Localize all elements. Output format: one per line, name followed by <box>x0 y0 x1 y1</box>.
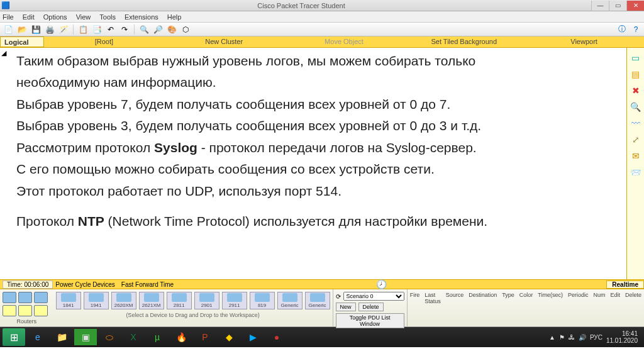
device-model[interactable]: 1941 <box>84 292 109 309</box>
category-icon[interactable] <box>3 292 16 303</box>
device-model[interactable]: 1841 <box>56 292 81 309</box>
logical-tab[interactable]: Logical <box>0 36 44 47</box>
close-button[interactable]: ✕ <box>626 1 644 11</box>
menu-options[interactable]: Options <box>43 13 67 21</box>
start-button[interactable]: ⊞ <box>3 328 25 346</box>
menu-tools[interactable]: Tools <box>99 13 116 21</box>
device-model[interactable]: Generic <box>305 292 330 309</box>
device-model[interactable]: 2620XM <box>111 292 136 309</box>
tray-clock[interactable]: 16:41 11.01.2020 <box>606 330 638 344</box>
draw-tool-icon[interactable]: 〰 <box>630 117 642 130</box>
scenario-new-button[interactable]: New <box>336 303 356 311</box>
wizard-icon[interactable]: 🪄 <box>58 24 69 35</box>
menu-help[interactable]: Help <box>167 13 182 21</box>
system-tray: ▲ ⚑ 🖧 🔊 РУС 16:41 11.01.2020 <box>549 330 641 344</box>
category-icon[interactable] <box>34 292 48 303</box>
task-item[interactable]: ▣ <box>74 329 97 345</box>
scenario-delete-button[interactable]: Delete <box>358 303 384 311</box>
paste-icon[interactable]: 📑 <box>91 24 103 35</box>
device-model[interactable]: 2621XM <box>139 292 164 309</box>
inspect-tool-icon[interactable]: 🔍 <box>630 101 642 113</box>
complex-pdu-icon[interactable]: 📨 <box>630 166 642 179</box>
task-explorer-icon[interactable]: 📁 <box>50 329 73 345</box>
task-item[interactable]: ⬭ <box>98 329 121 345</box>
device-model[interactable]: 2811 <box>167 292 192 309</box>
toolbar-separator <box>73 25 74 35</box>
pdu-header: Edit <box>610 292 620 304</box>
zoom-in-icon[interactable]: 🔍 <box>138 24 150 35</box>
pdu-header: Fire <box>410 292 420 304</box>
note-tool-icon[interactable]: ▤ <box>630 68 642 81</box>
nav-set-tiled-bg[interactable]: Set Tiled Background <box>404 36 524 47</box>
category-label: Routers <box>3 318 51 325</box>
copy-icon[interactable]: 📋 <box>77 24 89 35</box>
nav-new-cluster[interactable]: New Cluster <box>164 36 284 47</box>
tray-flag-icon[interactable]: ⚑ <box>559 334 565 341</box>
tray-volume-icon[interactable]: 🔊 <box>579 334 586 341</box>
device-model[interactable]: 2901 <box>194 292 219 309</box>
shapes-icon[interactable]: ⬡ <box>180 24 191 35</box>
tray-lang[interactable]: РУС <box>590 334 602 341</box>
pdu-header: Source <box>446 292 464 304</box>
tray-network-icon[interactable]: 🖧 <box>569 334 575 341</box>
palette-icon[interactable]: 🎨 <box>166 24 177 35</box>
help-icon[interactable]: ? <box>630 24 641 35</box>
pdu-header: Destination <box>469 292 497 304</box>
info-icon[interactable]: ⓘ <box>616 24 628 35</box>
undo-icon[interactable]: ↶ <box>105 24 116 35</box>
new-file-icon[interactable]: 📄 <box>3 24 14 35</box>
pdu-header: Time(sec) <box>538 292 563 304</box>
pdu-list: FireLast StatusSourceDestinationTypeColo… <box>407 289 644 326</box>
redo-icon[interactable]: ↷ <box>119 24 130 35</box>
zoom-out-icon[interactable]: 🔎 <box>152 24 164 35</box>
task-item[interactable]: µ <box>146 329 169 345</box>
nav-viewport[interactable]: Viewport <box>524 36 644 47</box>
device-model[interactable]: 819 <box>250 292 275 309</box>
toggle-pdu-button[interactable]: Toggle PDU List Window <box>336 313 404 328</box>
scenario-select[interactable]: Scenario 0 <box>343 292 404 301</box>
window-titlebar: 🟦 Cisco Packet Tracer Student — ▭ ✕ <box>0 0 644 11</box>
device-model[interactable]: 2911 <box>222 292 247 309</box>
clock-icon[interactable]: 🕗 <box>376 279 387 289</box>
menu-extensions[interactable]: Extensions <box>125 13 158 21</box>
nav-root[interactable]: [Root] <box>44 36 164 47</box>
menu-view[interactable]: View <box>76 13 91 21</box>
task-excel-icon[interactable]: X <box>122 329 145 345</box>
minimize-button[interactable]: — <box>591 1 609 11</box>
workspace-canvas[interactable]: Таким образом выбрав нужный уровень лого… <box>11 48 626 279</box>
select-tool-icon[interactable]: ▭ <box>630 52 642 64</box>
nav-move-object[interactable]: Move Object <box>284 36 404 47</box>
category-icon[interactable] <box>3 305 16 316</box>
save-icon[interactable]: 💾 <box>30 24 42 35</box>
task-ie-icon[interactable]: e <box>26 329 49 345</box>
fast-forward-button[interactable]: Fast Forward Time <box>121 281 174 288</box>
task-item[interactable]: ▶ <box>242 329 264 345</box>
realtime-tab[interactable]: Realtime <box>606 280 644 289</box>
tray-up-icon[interactable]: ▲ <box>549 334 555 341</box>
simple-pdu-icon[interactable]: ✉ <box>630 150 642 162</box>
pdu-header: Last Status <box>425 292 441 304</box>
delete-tool-icon[interactable]: ✖ <box>630 84 642 97</box>
resize-tool-icon[interactable]: ⤢ <box>630 133 642 146</box>
task-powerpoint-icon[interactable]: P <box>194 329 216 345</box>
task-item[interactable]: ◆ <box>218 329 240 345</box>
device-model[interactable]: Generic <box>277 292 303 309</box>
category-icon[interactable] <box>34 305 48 316</box>
maximize-button[interactable]: ▭ <box>609 1 626 11</box>
device-panel: Routers 184119412620XM2621XM281129012911… <box>0 289 644 327</box>
cycle-icon[interactable]: ⟳ <box>336 293 341 300</box>
main-toolbar: 📄 📂 💾 🖨️ 🪄 📋 📑 ↶ ↷ 🔍 🔎 🎨 ⬡ ⓘ ? <box>0 23 644 36</box>
windows-taskbar: ⊞ e 📁 ▣ ⬭ X µ 🔥 P ◆ ▶ ● ▲ ⚑ 🖧 🔊 РУС 16:4… <box>0 327 644 347</box>
nav-handle-icon[interactable]: ◢ <box>1 49 10 58</box>
task-item[interactable]: 🔥 <box>170 329 192 345</box>
power-cycle-button[interactable]: Power Cycle Devices <box>55 281 114 288</box>
category-icon[interactable] <box>18 305 32 316</box>
print-icon[interactable]: 🖨️ <box>44 24 55 35</box>
open-file-icon[interactable]: 📂 <box>16 24 28 35</box>
menu-file[interactable]: File <box>3 13 14 21</box>
realtime-bar: Time: 00:06:00 Power Cycle Devices Fast … <box>0 279 644 289</box>
menu-edit[interactable]: Edit <box>23 13 35 21</box>
category-icon[interactable] <box>18 292 32 303</box>
task-item[interactable]: ● <box>265 329 288 345</box>
drag-hint: (Select a Device to Drag and Drop to the… <box>56 312 330 318</box>
